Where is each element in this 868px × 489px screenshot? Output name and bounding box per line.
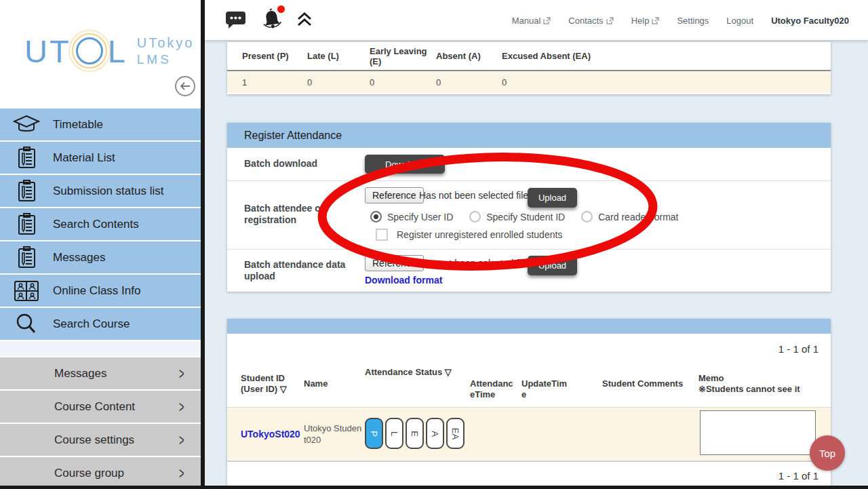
bottom-edge-bar xyxy=(0,486,868,489)
logo-subtitle: UTokyo LMS xyxy=(137,35,195,67)
id-format-radio-group: Specify User ID Specify Student ID Card … xyxy=(370,211,678,222)
summary-col-excused-absent: Excused Absent (EA) xyxy=(502,51,597,61)
radio-specify-student-id[interactable] xyxy=(469,211,481,222)
radio-specify-user-id[interactable] xyxy=(370,211,382,222)
pagination-bottom: 1 - 1 of 1 xyxy=(778,470,818,482)
sidebar-divider xyxy=(201,0,205,489)
sidebar-item-messages[interactable]: Messages xyxy=(0,241,201,273)
logo-subtitle-line1: UTokyo xyxy=(137,35,195,51)
register-unregistered-label: Register unregistered enrolled students xyxy=(397,229,562,240)
sidebar: UT L UTokyo LMS Timetabl xyxy=(0,0,201,489)
external-link-icon xyxy=(652,17,659,24)
course-menu-course-content[interactable]: Course Content > xyxy=(0,391,201,423)
memo-textarea[interactable] xyxy=(700,410,816,455)
column-memo-note: ※Students cannot see it xyxy=(698,384,824,395)
batch-attendance-upload-row: Batch attendance data upload Reference H… xyxy=(227,249,831,292)
contacts-link[interactable]: Contacts xyxy=(568,16,613,26)
help-link-label: Help xyxy=(631,16,650,26)
sidebar-item-search-contents[interactable]: Search Contents xyxy=(0,208,201,240)
table-header-bar xyxy=(227,319,831,334)
sidebar-item-label: Timetable xyxy=(53,118,103,132)
pagination-top: 1 - 1 of 1 xyxy=(778,343,818,355)
current-user-name: Utokyo Faculty020 xyxy=(771,16,849,26)
clipboard-icon xyxy=(0,146,53,170)
summary-col-absent: Absent (A) xyxy=(436,51,502,61)
logout-link[interactable]: Logout xyxy=(726,16,753,26)
register-unregistered-checkbox[interactable] xyxy=(376,229,388,241)
sidebar-item-online-class-info[interactable]: Online Class Info xyxy=(0,275,201,307)
download-format-link[interactable]: Download format xyxy=(365,275,442,286)
logo-text-l: L xyxy=(108,35,127,67)
column-attendance-status[interactable]: Attendance Status ▽ xyxy=(365,367,473,378)
course-menu-label: Messages xyxy=(54,367,106,380)
download-button[interactable]: Download xyxy=(365,155,445,174)
upload-button[interactable]: Upload xyxy=(528,256,577,275)
reference-button[interactable]: Reference xyxy=(365,255,424,271)
summary-col-present: Present (P) xyxy=(242,51,307,61)
summary-value-early-leaving: 0 xyxy=(370,77,436,87)
external-link-icon xyxy=(606,17,614,24)
sidebar-item-label: Submission status list xyxy=(53,184,163,198)
chat-icon[interactable] xyxy=(225,9,247,30)
student-id-link[interactable]: UTokyoSt020 xyxy=(241,429,300,439)
collapse-up-icon[interactable] xyxy=(297,12,312,27)
radio-label: Card reader format xyxy=(598,212,678,222)
status-button-present[interactable]: P xyxy=(365,418,383,449)
summary-values-row: 1 0 0 0 0 xyxy=(227,71,831,93)
radio-label: Specify Student ID xyxy=(486,212,565,222)
sidebar-item-label: Search Contents xyxy=(53,218,139,231)
clipboard-icon xyxy=(0,180,53,203)
scroll-to-top-button[interactable]: Top xyxy=(810,435,845,471)
column-student-id[interactable]: Student ID (User ID) ▽ xyxy=(241,373,296,395)
manual-link[interactable]: Manual xyxy=(512,16,551,26)
course-menu-course-group[interactable]: Course group > xyxy=(0,457,201,489)
course-menu-course-settings[interactable]: Course settings > xyxy=(0,424,201,456)
people-grid-icon xyxy=(0,281,53,301)
attendance-status-buttons: P L E A EA xyxy=(365,418,465,449)
register-attendance-title: Register Attendance xyxy=(244,130,342,142)
summary-col-late: Late (L) xyxy=(307,51,370,61)
radio-card-reader-format[interactable] xyxy=(581,211,593,222)
register-attendance-header: Register Attendance xyxy=(227,123,831,148)
no-file-selected-text: Has not been selected file. xyxy=(419,190,531,201)
chevron-right-icon: > xyxy=(179,364,184,383)
reference-button[interactable]: Reference xyxy=(365,187,424,203)
manual-link-label: Manual xyxy=(512,16,541,26)
sidebar-item-search-course[interactable]: Search Course xyxy=(0,308,201,340)
course-menu-messages[interactable]: Messages > xyxy=(0,357,201,389)
table-footer: 1 - 1 of 1 xyxy=(227,461,831,486)
table-row: UTokyoSt020 Utokyo Student020 P L E A EA xyxy=(227,407,831,461)
sidebar-item-label: Online Class Info xyxy=(53,284,140,298)
batch-attendee-registration-row: Batch attendee of registration Reference… xyxy=(227,180,831,249)
settings-link-label: Settings xyxy=(677,16,709,26)
sidebar-item-timetable[interactable]: Timetable xyxy=(0,109,201,140)
notification-badge-dot xyxy=(277,5,285,13)
graduation-cap-icon xyxy=(0,115,53,135)
chevron-right-icon: > xyxy=(179,397,184,416)
help-link[interactable]: Help xyxy=(631,16,660,26)
settings-link[interactable]: Settings xyxy=(677,16,709,26)
summary-value-excused-absent: 0 xyxy=(502,77,597,87)
status-button-excused-absent[interactable]: EA xyxy=(446,418,465,449)
topbar-icons xyxy=(225,8,312,31)
column-update-time: UpdateTime xyxy=(521,378,570,400)
external-link-icon xyxy=(543,17,551,24)
sidebar-item-submission-status-list[interactable]: Submission status list xyxy=(0,175,201,207)
contacts-link-label: Contacts xyxy=(568,16,603,26)
sidebar-collapse-button[interactable] xyxy=(175,76,195,96)
upload-button[interactable]: Upload xyxy=(528,188,577,208)
clipboard-icon xyxy=(0,246,53,269)
sidebar-item-material-list[interactable]: Material List xyxy=(0,142,201,174)
status-button-late[interactable]: L xyxy=(385,418,403,449)
notifications-bell-icon[interactable] xyxy=(260,8,283,31)
no-file-selected-text: Has not been selected file. xyxy=(419,258,531,269)
sidebar-group-gap xyxy=(0,341,201,356)
student-name: Utokyo Student020 xyxy=(304,423,363,446)
status-button-early-leaving[interactable]: E xyxy=(406,418,424,449)
status-button-absent[interactable]: A xyxy=(426,418,444,449)
sidebar-item-label: Messages xyxy=(53,251,105,265)
logout-link-label: Logout xyxy=(726,16,753,26)
summary-value-present: 1 xyxy=(242,77,307,87)
summary-value-late: 0 xyxy=(307,77,370,87)
clipboard-icon xyxy=(0,213,53,236)
